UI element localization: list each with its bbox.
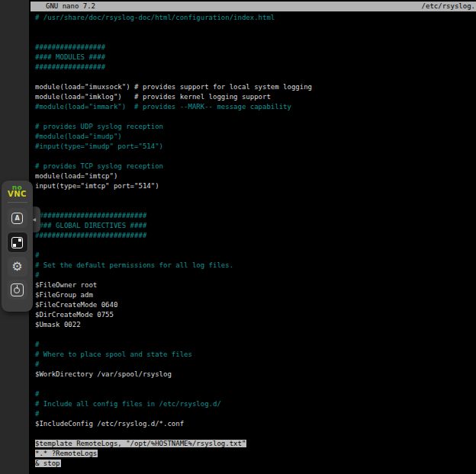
terminal-buffer[interactable]: # /usr/share/doc/rsyslog-doc/html/config… [35,13,476,474]
terminal-line: $DirCreateMode 0755 [35,310,476,320]
power-icon [11,283,24,296]
terminal-line [35,112,476,122]
terminal-line: # provides TCP syslog reception [35,162,476,171]
terminal-line [35,72,476,82]
terminal-line: module(load="imtcp") [35,171,476,181]
terminal-line: # [35,271,476,280]
terminal-line: $WorkDirectory /var/spool/rsyslog [35,370,476,380]
terminal-line: # provides UDP syslog reception [35,122,476,132]
nano-titlebar: GNU nano 7.2 /etc/rsyslog. [31,2,476,11]
keyboard-a-key-icon: A [11,213,23,224]
terminal-line [35,330,476,340]
fullscreen-icon [11,237,23,248]
terminal-line: *.* ?RemoteLogs [35,449,476,459]
terminal-line [35,380,476,389]
terminal-line: # Include all config files in /etc/rsysl… [35,399,476,409]
terminal-line: # [35,409,476,419]
nano-filename: /etc/rsyslog. [422,2,476,11]
terminal-window[interactable]: GNU nano 7.2 /etc/rsyslog. # /usr/share/… [29,0,476,474]
terminal-line [35,241,476,251]
terminal-line: ########################### [35,231,476,241]
terminal-line: # Where to place spool and state files [35,350,476,360]
extra-keys-button[interactable]: A [8,208,27,228]
terminal-line: ################# [35,62,476,72]
terminal-line: #module(load="imudp") [35,132,476,142]
terminal-line: # [35,340,476,350]
novnc-logo-vnc: VNC [8,191,27,198]
terminal-line: $IncludeConfig /etc/rsyslog.d/*.conf [35,419,476,429]
terminal-line: ################# [35,43,476,53]
terminal-line: & stop [35,459,476,469]
terminal-line [35,201,476,211]
terminal-line [35,191,476,201]
terminal-line [35,33,476,43]
terminal-line: $FileCreateMode 0640 [35,300,476,310]
panel-divider [8,202,27,203]
terminal-line: $FileOwner root [35,280,476,290]
terminal-line: #### GLOBAL DIRECTIVES #### [35,221,476,231]
terminal-line: # [35,360,476,370]
terminal-line: # [35,389,476,399]
terminal-line [35,152,476,162]
terminal-line: #module(load="immark") # provides --MARK… [35,102,476,112]
terminal-line: $Umask 0022 [35,320,476,330]
terminal-line: # /usr/share/doc/rsyslog-doc/html/config… [35,13,476,23]
terminal-line: module(load="imuxsock") # provides suppo… [35,82,476,92]
terminal-line: # [35,251,476,261]
terminal-line [35,23,476,33]
settings-button[interactable]: ⚙ [8,257,27,277]
terminal-line: module(load="imklog") # provides kernel … [35,92,476,102]
fullscreen-button[interactable] [7,232,28,253]
terminal-line: ########################### [35,211,476,221]
terminal-line: $FileGroup adm [35,290,476,300]
novnc-logo: no VNC [8,184,27,198]
terminal-line: input(type="imtcp" port="514") [35,181,476,191]
terminal-line [35,429,476,439]
nano-version-title: GNU nano 7.2 [31,2,95,11]
terminal-line: #input(type="imudp" port="514") [35,142,476,152]
vnc-control-panel: no VNC A ⚙ [2,181,33,312]
terminal-line: $template RemoteLogs, "/opt/%HOSTNAME%/r… [35,439,476,449]
terminal-line: # Set the default permissions for all lo… [35,261,476,271]
disconnect-button[interactable] [8,280,27,299]
terminal-line: #### MODULES #### [35,53,476,62]
gear-icon: ⚙ [11,261,22,273]
